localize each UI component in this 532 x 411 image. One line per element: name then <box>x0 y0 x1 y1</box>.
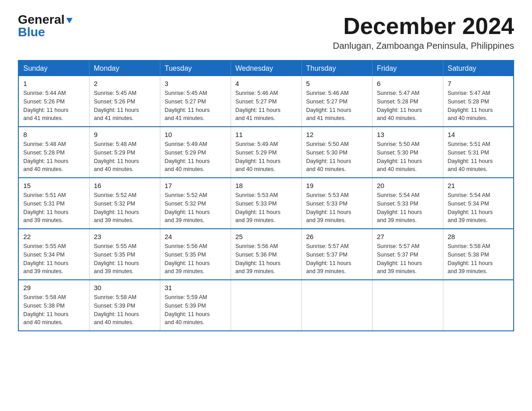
day-info: Sunrise: 5:57 AM Sunset: 5:37 PM Dayligh… <box>306 242 368 276</box>
day-info: Sunrise: 5:48 AM Sunset: 5:29 PM Dayligh… <box>94 140 155 174</box>
day-number: 10 <box>165 131 226 138</box>
day-info: Sunrise: 5:52 AM Sunset: 5:32 PM Dayligh… <box>165 191 226 225</box>
day-info: Sunrise: 5:55 AM Sunset: 5:34 PM Dayligh… <box>23 242 85 276</box>
day-number: 17 <box>165 182 226 189</box>
header-monday: Monday <box>89 60 160 76</box>
page-header: General Blue December 2024 Danlugan, Zam… <box>18 13 514 51</box>
calendar-day-cell: 4Sunrise: 5:46 AM Sunset: 5:27 PM Daylig… <box>231 76 301 127</box>
day-info: Sunrise: 5:45 AM Sunset: 5:27 PM Dayligh… <box>165 89 226 123</box>
day-number: 1 <box>23 80 85 87</box>
day-info: Sunrise: 5:47 AM Sunset: 5:28 PM Dayligh… <box>377 89 438 123</box>
header-friday: Friday <box>372 60 443 76</box>
calendar-header-row: Sunday Monday Tuesday Wednesday Thursday… <box>18 60 514 76</box>
calendar-day-cell: 31Sunrise: 5:59 AM Sunset: 5:39 PM Dayli… <box>160 280 231 331</box>
calendar-day-cell: 2Sunrise: 5:45 AM Sunset: 5:26 PM Daylig… <box>89 76 160 127</box>
day-info: Sunrise: 5:56 AM Sunset: 5:35 PM Dayligh… <box>165 242 226 276</box>
day-info: Sunrise: 5:53 AM Sunset: 5:33 PM Dayligh… <box>306 191 368 225</box>
day-info: Sunrise: 5:44 AM Sunset: 5:26 PM Dayligh… <box>23 89 85 123</box>
calendar-day-cell: 27Sunrise: 5:57 AM Sunset: 5:37 PM Dayli… <box>372 229 443 280</box>
day-number: 14 <box>448 131 509 138</box>
day-number: 30 <box>94 284 155 291</box>
calendar-day-cell: 9Sunrise: 5:48 AM Sunset: 5:29 PM Daylig… <box>89 127 160 178</box>
calendar-day-cell: 19Sunrise: 5:53 AM Sunset: 5:33 PM Dayli… <box>301 178 372 229</box>
day-number: 13 <box>377 131 438 138</box>
logo-general-text: General <box>18 13 64 26</box>
calendar-day-cell: 15Sunrise: 5:51 AM Sunset: 5:31 PM Dayli… <box>18 178 89 229</box>
day-number: 18 <box>236 182 297 189</box>
day-number: 25 <box>236 233 297 240</box>
day-number: 9 <box>94 131 155 138</box>
calendar-day-cell <box>231 280 301 331</box>
calendar-day-cell <box>372 280 443 331</box>
day-info: Sunrise: 5:47 AM Sunset: 5:28 PM Dayligh… <box>448 89 509 123</box>
month-year-title: December 2024 <box>333 13 514 39</box>
day-info: Sunrise: 5:59 AM Sunset: 5:39 PM Dayligh… <box>165 293 226 327</box>
calendar-day-cell: 24Sunrise: 5:56 AM Sunset: 5:35 PM Dayli… <box>160 229 231 280</box>
calendar-day-cell: 1Sunrise: 5:44 AM Sunset: 5:26 PM Daylig… <box>18 76 89 127</box>
header-wednesday: Wednesday <box>231 60 301 76</box>
header-saturday: Saturday <box>443 60 514 76</box>
calendar-week-row: 29Sunrise: 5:58 AM Sunset: 5:38 PM Dayli… <box>18 280 514 331</box>
calendar-week-row: 15Sunrise: 5:51 AM Sunset: 5:31 PM Dayli… <box>18 178 514 229</box>
day-info: Sunrise: 5:56 AM Sunset: 5:36 PM Dayligh… <box>236 242 297 276</box>
day-number: 7 <box>448 80 509 87</box>
day-number: 4 <box>236 80 297 87</box>
day-number: 3 <box>165 80 226 87</box>
day-info: Sunrise: 5:45 AM Sunset: 5:26 PM Dayligh… <box>94 89 155 123</box>
calendar-day-cell: 16Sunrise: 5:52 AM Sunset: 5:32 PM Dayli… <box>89 178 160 229</box>
calendar-day-cell: 8Sunrise: 5:48 AM Sunset: 5:28 PM Daylig… <box>18 127 89 178</box>
calendar-day-cell: 17Sunrise: 5:52 AM Sunset: 5:32 PM Dayli… <box>160 178 231 229</box>
calendar-day-cell: 29Sunrise: 5:58 AM Sunset: 5:38 PM Dayli… <box>18 280 89 331</box>
location-subtitle: Danlugan, Zamboanga Peninsula, Philippin… <box>333 41 514 51</box>
logo: General Blue <box>18 13 73 39</box>
day-number: 11 <box>236 131 297 138</box>
header-tuesday: Tuesday <box>160 60 231 76</box>
calendar-day-cell: 5Sunrise: 5:46 AM Sunset: 5:27 PM Daylig… <box>301 76 372 127</box>
day-info: Sunrise: 5:54 AM Sunset: 5:33 PM Dayligh… <box>377 191 438 225</box>
day-number: 24 <box>165 233 226 240</box>
day-number: 22 <box>23 233 85 240</box>
day-info: Sunrise: 5:54 AM Sunset: 5:34 PM Dayligh… <box>448 191 509 225</box>
day-info: Sunrise: 5:57 AM Sunset: 5:37 PM Dayligh… <box>377 242 438 276</box>
day-number: 16 <box>94 182 155 189</box>
day-number: 27 <box>377 233 438 240</box>
calendar-day-cell: 6Sunrise: 5:47 AM Sunset: 5:28 PM Daylig… <box>372 76 443 127</box>
day-number: 23 <box>94 233 155 240</box>
day-number: 31 <box>165 284 226 291</box>
logo-triangle-icon <box>65 16 73 24</box>
calendar-day-cell: 7Sunrise: 5:47 AM Sunset: 5:28 PM Daylig… <box>443 76 514 127</box>
calendar-day-cell: 10Sunrise: 5:49 AM Sunset: 5:29 PM Dayli… <box>160 127 231 178</box>
calendar-day-cell: 12Sunrise: 5:50 AM Sunset: 5:30 PM Dayli… <box>301 127 372 178</box>
day-number: 20 <box>377 182 438 189</box>
day-info: Sunrise: 5:51 AM Sunset: 5:31 PM Dayligh… <box>448 140 509 174</box>
day-info: Sunrise: 5:50 AM Sunset: 5:30 PM Dayligh… <box>377 140 438 174</box>
calendar-day-cell: 13Sunrise: 5:50 AM Sunset: 5:30 PM Dayli… <box>372 127 443 178</box>
calendar-day-cell: 23Sunrise: 5:55 AM Sunset: 5:35 PM Dayli… <box>89 229 160 280</box>
day-number: 21 <box>448 182 509 189</box>
calendar-day-cell: 21Sunrise: 5:54 AM Sunset: 5:34 PM Dayli… <box>443 178 514 229</box>
calendar-day-cell: 28Sunrise: 5:58 AM Sunset: 5:38 PM Dayli… <box>443 229 514 280</box>
calendar-day-cell: 20Sunrise: 5:54 AM Sunset: 5:33 PM Dayli… <box>372 178 443 229</box>
calendar-table: Sunday Monday Tuesday Wednesday Thursday… <box>18 60 514 331</box>
day-number: 26 <box>306 233 368 240</box>
calendar-week-row: 22Sunrise: 5:55 AM Sunset: 5:34 PM Dayli… <box>18 229 514 280</box>
calendar-day-cell <box>301 280 372 331</box>
day-info: Sunrise: 5:52 AM Sunset: 5:32 PM Dayligh… <box>94 191 155 225</box>
day-info: Sunrise: 5:55 AM Sunset: 5:35 PM Dayligh… <box>94 242 155 276</box>
day-info: Sunrise: 5:46 AM Sunset: 5:27 PM Dayligh… <box>236 89 297 123</box>
calendar-day-cell: 11Sunrise: 5:49 AM Sunset: 5:29 PM Dayli… <box>231 127 301 178</box>
header-thursday: Thursday <box>301 60 372 76</box>
calendar-day-cell: 3Sunrise: 5:45 AM Sunset: 5:27 PM Daylig… <box>160 76 231 127</box>
header-sunday: Sunday <box>18 60 89 76</box>
calendar-day-cell: 30Sunrise: 5:58 AM Sunset: 5:39 PM Dayli… <box>89 280 160 331</box>
day-info: Sunrise: 5:49 AM Sunset: 5:29 PM Dayligh… <box>165 140 226 174</box>
day-info: Sunrise: 5:46 AM Sunset: 5:27 PM Dayligh… <box>306 89 368 123</box>
day-number: 15 <box>23 182 85 189</box>
day-info: Sunrise: 5:58 AM Sunset: 5:38 PM Dayligh… <box>448 242 509 276</box>
calendar-day-cell: 25Sunrise: 5:56 AM Sunset: 5:36 PM Dayli… <box>231 229 301 280</box>
day-info: Sunrise: 5:50 AM Sunset: 5:30 PM Dayligh… <box>306 140 368 174</box>
calendar-day-cell: 26Sunrise: 5:57 AM Sunset: 5:37 PM Dayli… <box>301 229 372 280</box>
title-area: December 2024 Danlugan, Zamboanga Penins… <box>333 13 514 51</box>
day-number: 2 <box>94 80 155 87</box>
svg-marker-0 <box>66 18 73 23</box>
